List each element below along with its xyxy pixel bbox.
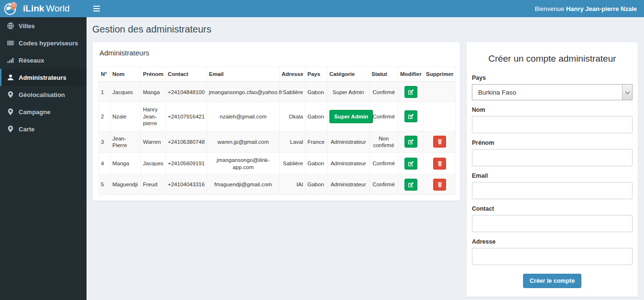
map-marker-icon <box>7 126 14 132</box>
prenom-label: Prénom <box>472 139 633 146</box>
super-admin-button[interactable]: Super Admin <box>329 110 373 123</box>
edit-button[interactable] <box>404 110 417 122</box>
brand-title: iLinkWorld <box>23 3 70 14</box>
svg-text:$: $ <box>13 3 14 6</box>
edit-pencil-icon <box>408 182 414 188</box>
signal-bars-icon <box>7 57 14 64</box>
trash-icon <box>437 182 443 188</box>
user-icon <box>7 74 14 81</box>
edit-pencil-icon <box>408 161 414 167</box>
delete-button[interactable] <box>433 136 446 148</box>
sidebar-item-reseaux[interactable]: Réseaux <box>0 52 87 69</box>
sidebar-item-villes[interactable]: Villes <box>0 17 87 34</box>
delete-button[interactable] <box>433 179 446 191</box>
map-marker-icon <box>7 108 14 115</box>
app-logo[interactable]: $ iLinkWorld <box>0 0 87 17</box>
sidebar-item-campagne[interactable]: Campagne <box>0 103 87 120</box>
table-row: 4 Manga Jacques +24105609191 jmangansong… <box>99 153 456 175</box>
administrators-table: N° Nom Prénom Contact Email Adresse Pays… <box>98 66 456 195</box>
table-row: 5 Maguendji Freud +24104043316 fmaguendj… <box>99 175 456 195</box>
edit-button[interactable] <box>404 86 417 98</box>
edit-pencil-icon <box>408 89 414 95</box>
trash-icon <box>437 139 443 145</box>
prenom-field[interactable] <box>472 149 633 166</box>
panel-title: Administrateurs <box>99 49 454 57</box>
pays-label: Pays <box>472 75 633 81</box>
page-title: Gestion des administrateurs <box>92 24 638 35</box>
welcome-message: BienvenueHanry Jean-pierre Nzale <box>535 5 637 12</box>
table-row: 1 Jacques Manga +24104848100 jmangansong… <box>99 82 456 102</box>
edit-pencil-icon <box>408 113 414 119</box>
contact-field[interactable] <box>472 215 633 232</box>
edit-button[interactable] <box>404 179 417 191</box>
edit-pencil-icon <box>408 139 414 145</box>
administrators-panel: Administrateurs N° Nom Prénom Contact Em… <box>92 42 460 201</box>
navbar: BienvenueHanry Jean-pierre Nzale <box>87 0 644 17</box>
table-row: 2 Nzale Hanry Jean-pierre +24107916421 n… <box>99 102 456 131</box>
globe-pin-logo-icon: $ <box>4 1 18 16</box>
globe-icon <box>7 22 14 29</box>
supprimer-cell-empty <box>424 82 456 102</box>
email-label: Email <box>472 172 633 179</box>
supprimer-cell-empty <box>424 102 456 131</box>
adresse-label: Adresse <box>472 238 633 245</box>
trash-icon <box>437 161 443 167</box>
top-header-bar: $ iLinkWorld BienvenueHanry Jean-pierre … <box>0 0 644 17</box>
sidebar-toggle-hamburger-icon[interactable] <box>92 4 101 13</box>
barcode-icon <box>7 40 14 46</box>
adresse-field[interactable] <box>472 248 633 265</box>
sidebar-item-geolocalisation[interactable]: Géolocalisation <box>0 86 87 103</box>
main-content: Gestion des administrateurs Administrate… <box>87 17 644 300</box>
sidebar-item-carte[interactable]: Carte <box>0 120 87 138</box>
create-account-button[interactable]: Créer le compte <box>523 274 581 288</box>
edit-button[interactable] <box>404 136 417 148</box>
nom-field[interactable] <box>472 116 633 133</box>
contact-label: Contact <box>472 205 633 212</box>
email-field[interactable] <box>472 182 633 199</box>
sidebar-item-administrateurs[interactable]: Administrateurs <box>0 69 87 86</box>
sidebar: Villes Codes hyperviseurs Réseaux Admini… <box>0 17 87 300</box>
form-title: Créer un compte administrateur <box>472 54 633 64</box>
nom-label: Nom <box>472 107 633 113</box>
sidebar-item-codes-hyperviseurs[interactable]: Codes hyperviseurs <box>0 34 87 52</box>
delete-button[interactable] <box>433 158 446 170</box>
edit-button[interactable] <box>404 158 417 170</box>
create-admin-panel: Créer un compte administrateur Pays Burk… <box>466 42 638 297</box>
map-marker-icon <box>7 91 14 98</box>
table-header-row: N° Nom Prénom Contact Email Adresse Pays… <box>99 67 456 82</box>
pays-select[interactable]: Burkina Faso <box>472 84 633 100</box>
table-row: 3 Jean-Pierre Warren +24106380748 waren.… <box>99 131 456 153</box>
